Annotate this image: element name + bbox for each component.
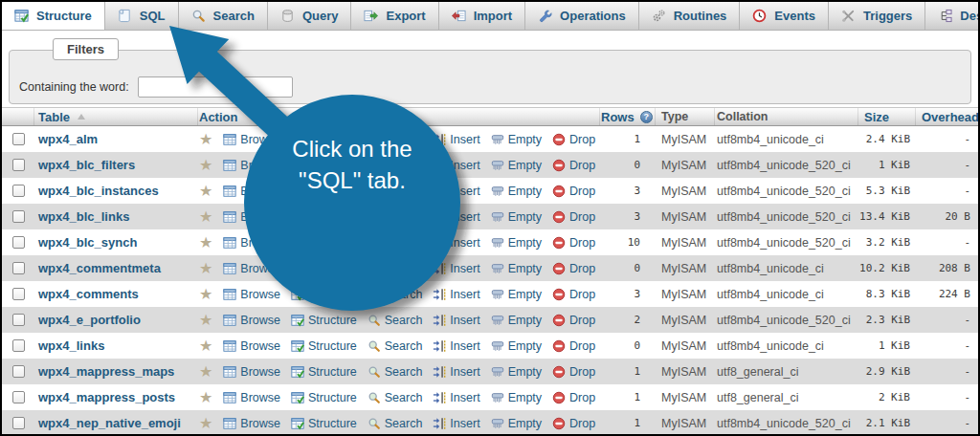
tab-operations[interactable]: Operations — [525, 2, 639, 30]
favorite-star-icon[interactable]: ★ — [199, 287, 212, 302]
drop-link[interactable]: Drop — [552, 288, 595, 301]
browse-link[interactable]: Browse — [223, 236, 280, 250]
favorite-star-icon[interactable]: ★ — [199, 364, 212, 380]
table-name-link[interactable]: wpx4_blc_links — [38, 209, 129, 224]
structure-link[interactable]: Structure — [291, 133, 357, 146]
empty-link[interactable]: Empty — [491, 185, 542, 198]
table-name-link[interactable]: wpx4_links — [38, 338, 104, 353]
empty-link[interactable]: Empty — [491, 417, 542, 430]
row-checkbox[interactable] — [12, 210, 25, 223]
insert-link[interactable]: Insert — [433, 288, 479, 301]
table-name-link[interactable]: wpx4_mappress_posts — [38, 390, 175, 404]
row-checkbox[interactable] — [12, 236, 25, 249]
tab-query[interactable]: Query — [268, 2, 352, 30]
structure-link[interactable]: Structure — [291, 262, 357, 275]
table-name-link[interactable]: wpx4_blc_synch — [38, 235, 137, 250]
search-link[interactable]: Search — [368, 288, 423, 301]
browse-link[interactable]: Browse — [223, 339, 280, 353]
drop-link[interactable]: Drop — [552, 391, 595, 404]
row-checkbox[interactable] — [12, 159, 25, 171]
empty-link[interactable]: Empty — [491, 339, 542, 353]
empty-link[interactable]: Empty — [491, 236, 542, 250]
insert-link[interactable]: Insert — [433, 365, 479, 379]
row-checkbox[interactable] — [12, 288, 25, 300]
insert-link[interactable]: Insert — [433, 210, 479, 224]
empty-link[interactable]: Empty — [491, 391, 542, 404]
structure-link[interactable]: Structure — [291, 391, 357, 404]
table-name-link[interactable]: wpx4_mappress_maps — [38, 364, 174, 379]
drop-link[interactable]: Drop — [552, 210, 595, 224]
search-link[interactable]: Search — [368, 185, 423, 198]
browse-link[interactable]: Browse — [223, 314, 280, 327]
insert-link[interactable]: Insert — [433, 339, 479, 353]
structure-link[interactable]: Structure — [291, 339, 357, 353]
empty-link[interactable]: Empty — [491, 288, 542, 301]
tab-import[interactable]: Import — [439, 2, 525, 30]
insert-link[interactable]: Insert — [433, 159, 479, 172]
structure-link[interactable]: Structure — [291, 417, 357, 430]
row-checkbox[interactable] — [12, 185, 25, 197]
structure-link[interactable]: Structure — [291, 365, 357, 379]
drop-link[interactable]: Drop — [552, 133, 595, 146]
structure-link[interactable]: Structure — [291, 159, 357, 172]
browse-link[interactable]: Browse — [223, 159, 280, 172]
row-checkbox[interactable] — [12, 391, 25, 403]
tab-triggers[interactable]: Triggers — [829, 2, 925, 30]
tab-routines[interactable]: Routines — [639, 2, 741, 30]
table-name-link[interactable]: wpx4_comments — [38, 287, 139, 301]
search-link[interactable]: Search — [368, 339, 423, 353]
row-checkbox[interactable] — [12, 262, 25, 274]
structure-link[interactable]: Structure — [291, 185, 357, 198]
favorite-star-icon[interactable]: ★ — [199, 338, 212, 354]
tab-designer[interactable]: Designer — [925, 2, 980, 30]
browse-link[interactable]: Browse — [223, 417, 280, 430]
favorite-star-icon[interactable]: ★ — [199, 313, 212, 328]
search-link[interactable]: Search — [368, 159, 423, 172]
tab-export[interactable]: Export — [351, 2, 438, 30]
insert-link[interactable]: Insert — [433, 417, 479, 430]
insert-link[interactable]: Insert — [433, 185, 479, 198]
favorite-star-icon[interactable]: ★ — [199, 158, 212, 173]
browse-link[interactable]: Browse — [223, 133, 280, 146]
table-name-link[interactable]: wpx4_blc_filters — [38, 158, 135, 172]
insert-link[interactable]: Insert — [433, 314, 479, 327]
drop-link[interactable]: Drop — [552, 314, 595, 327]
structure-link[interactable]: Structure — [291, 210, 357, 224]
search-link[interactable]: Search — [368, 314, 423, 327]
table-name-link[interactable]: wpx4_blc_instances — [38, 184, 159, 198]
browse-link[interactable]: Browse — [223, 185, 280, 198]
search-link[interactable]: Search — [368, 365, 423, 379]
table-name-link[interactable]: wpx4_nep_native_emoji — [38, 416, 181, 430]
browse-link[interactable]: Browse — [223, 262, 280, 275]
search-link[interactable]: Search — [368, 210, 423, 224]
header-table[interactable]: Table — [34, 108, 198, 125]
insert-link[interactable]: Insert — [433, 133, 479, 146]
favorite-star-icon[interactable]: ★ — [199, 416, 212, 431]
help-icon[interactable]: ? — [640, 111, 653, 123]
favorite-star-icon[interactable]: ★ — [199, 184, 212, 199]
empty-link[interactable]: Empty — [491, 365, 542, 379]
containing-word-input[interactable] — [138, 76, 293, 98]
empty-link[interactable]: Empty — [491, 314, 542, 327]
browse-link[interactable]: Browse — [223, 391, 280, 404]
search-link[interactable]: Search — [368, 262, 423, 275]
tab-structure[interactable]: Structure — [2, 2, 105, 30]
browse-link[interactable]: Browse — [223, 210, 280, 224]
row-checkbox[interactable] — [12, 314, 25, 326]
drop-link[interactable]: Drop — [552, 159, 595, 172]
structure-link[interactable]: Structure — [291, 236, 357, 250]
structure-link[interactable]: Structure — [291, 314, 357, 327]
browse-link[interactable]: Browse — [223, 365, 280, 379]
empty-link[interactable]: Empty — [491, 133, 542, 146]
search-link[interactable]: Search — [368, 391, 423, 404]
favorite-star-icon[interactable]: ★ — [199, 261, 212, 276]
favorite-star-icon[interactable]: ★ — [199, 209, 212, 225]
row-checkbox[interactable] — [12, 339, 25, 352]
table-name-link[interactable]: wpx4_commentmeta — [38, 261, 161, 275]
search-link[interactable]: Search — [368, 417, 423, 430]
drop-link[interactable]: Drop — [552, 339, 595, 353]
drop-link[interactable]: Drop — [552, 185, 595, 198]
tab-sql[interactable]: SQL — [105, 2, 179, 30]
drop-link[interactable]: Drop — [552, 236, 595, 250]
drop-link[interactable]: Drop — [552, 417, 595, 430]
